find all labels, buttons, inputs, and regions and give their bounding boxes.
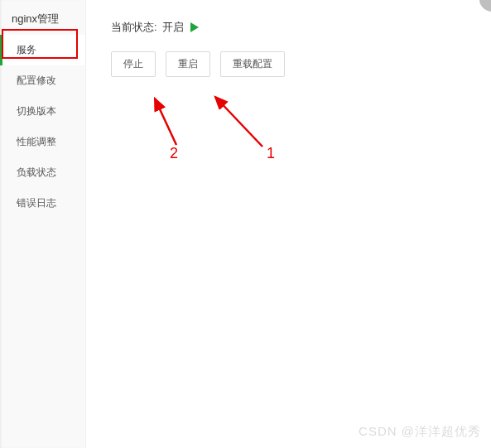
annotation-label-2: 2 — [170, 145, 178, 162]
sidebar-item-switch-version[interactable]: 切换版本 — [0, 96, 85, 127]
content-area: 当前状态: 开启 停止 重启 重载配置 2 1 — [86, 0, 491, 448]
action-buttons: 停止 重启 重载配置 — [111, 51, 476, 77]
status-line: 当前状态: 开启 — [111, 20, 476, 35]
stop-button[interactable]: 停止 — [111, 51, 156, 77]
sidebar-item-performance[interactable]: 性能调整 — [0, 127, 85, 157]
sidebar: nginx管理 服务 配置修改 切换版本 性能调整 负载状态 错误日志 — [0, 0, 86, 448]
annotation-label-1: 1 — [267, 145, 275, 162]
annotation-arrow-2 — [155, 99, 176, 145]
sidebar-item-load-status[interactable]: 负载状态 — [0, 157, 85, 188]
sidebar-item-config-edit[interactable]: 配置修改 — [0, 65, 85, 96]
status-value: 开启 — [162, 20, 184, 35]
sidebar-item-service[interactable]: 服务 — [0, 35, 85, 65]
annotation-arrow-1 — [215, 97, 262, 147]
sidebar-item-error-log[interactable]: 错误日志 — [0, 188, 85, 219]
status-label: 当前状态: — [111, 20, 157, 35]
play-icon — [190, 22, 199, 32]
restart-button[interactable]: 重启 — [166, 51, 210, 77]
sidebar-title: nginx管理 — [0, 0, 85, 35]
reload-config-button[interactable]: 重载配置 — [220, 51, 285, 77]
